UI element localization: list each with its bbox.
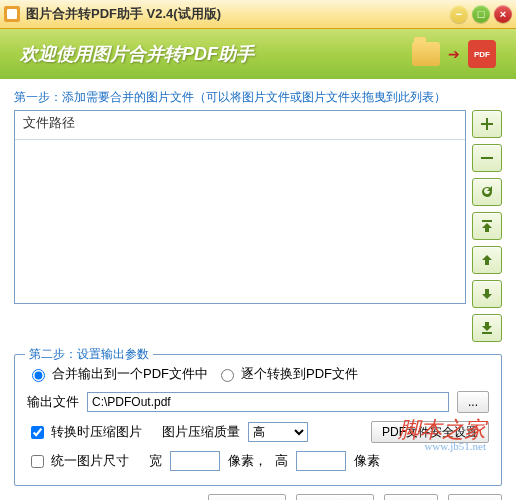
titlebar: 图片合并转PDF助手 V2.4(试用版) − □ × <box>0 0 516 29</box>
add-button[interactable] <box>472 110 502 138</box>
remove-button[interactable] <box>472 144 502 172</box>
output-mode-multi[interactable]: 逐个转换到PDF文件 <box>216 365 358 383</box>
close-button[interactable]: 关闭 <box>448 494 502 500</box>
height-input[interactable] <box>296 451 346 471</box>
quality-label: 图片压缩质量 <box>162 423 240 441</box>
output-mode-single[interactable]: 合并输出到一个PDF文件中 <box>27 365 208 383</box>
height-label: 高 <box>275 452 288 470</box>
output-mode-multi-radio[interactable] <box>221 369 234 382</box>
output-file-label: 输出文件 <box>27 393 79 411</box>
step2-panel: 第二步：设置输出参数 合并输出到一个PDF文件中 逐个转换到PDF文件 输出文件… <box>14 354 502 486</box>
compress-checkbox[interactable] <box>31 426 44 439</box>
file-list[interactable]: 文件路径 <box>14 110 466 304</box>
about-button[interactable]: 关于 <box>384 494 438 500</box>
unify-size-checkbox[interactable] <box>31 455 44 468</box>
window-title: 图片合并转PDF助手 V2.4(试用版) <box>26 5 446 23</box>
width-input[interactable] <box>170 451 220 471</box>
move-bottom-button[interactable] <box>472 314 502 342</box>
compress-checkbox-label[interactable]: 转换时压缩图片 <box>27 423 142 442</box>
width-label: 宽 <box>149 452 162 470</box>
browse-button[interactable]: ... <box>457 391 489 413</box>
minimize-button[interactable]: − <box>450 5 468 23</box>
move-top-button[interactable] <box>472 212 502 240</box>
pdf-security-button[interactable]: PDF文件安全设置 <box>371 421 489 443</box>
svg-rect-1 <box>7 9 17 19</box>
register-button[interactable]: 软件注册 <box>296 494 374 500</box>
step1-label: 第一步：添加需要合并的图片文件（可以将图片文件或图片文件夹拖曳到此列表） <box>14 89 502 106</box>
start-merge-button[interactable]: 开始合并 <box>208 494 286 500</box>
folder-icon <box>412 42 440 66</box>
output-mode-single-radio[interactable] <box>32 369 45 382</box>
px-label-2: 像素 <box>354 452 380 470</box>
banner-icons: ➔ PDF <box>412 40 496 68</box>
main-area: 第一步：添加需要合并的图片文件（可以将图片文件或图片文件夹拖曳到此列表） 文件路… <box>0 79 516 500</box>
step2-legend: 第二步：设置输出参数 <box>25 346 153 363</box>
file-list-toolbar <box>472 110 502 342</box>
banner-welcome: 欢迎使用图片合并转PDF助手 <box>20 42 254 66</box>
arrow-right-icon: ➔ <box>448 46 460 62</box>
output-file-input[interactable] <box>87 392 449 412</box>
move-up-button[interactable] <box>472 246 502 274</box>
move-down-button[interactable] <box>472 280 502 308</box>
app-icon <box>4 6 20 22</box>
maximize-button[interactable]: □ <box>472 5 490 23</box>
px-label-1: 像素， <box>228 452 267 470</box>
quality-select[interactable]: 高 <box>248 422 308 442</box>
close-window-button[interactable]: × <box>494 5 512 23</box>
refresh-button[interactable] <box>472 178 502 206</box>
banner: 欢迎使用图片合并转PDF助手 ➔ PDF <box>0 29 516 79</box>
file-list-header: 文件路径 <box>15 111 465 140</box>
pdf-icon: PDF <box>468 40 496 68</box>
bottom-toolbar: 开始合并 软件注册 关于 关闭 <box>14 494 502 500</box>
unify-size-label[interactable]: 统一图片尺寸 <box>27 452 129 471</box>
